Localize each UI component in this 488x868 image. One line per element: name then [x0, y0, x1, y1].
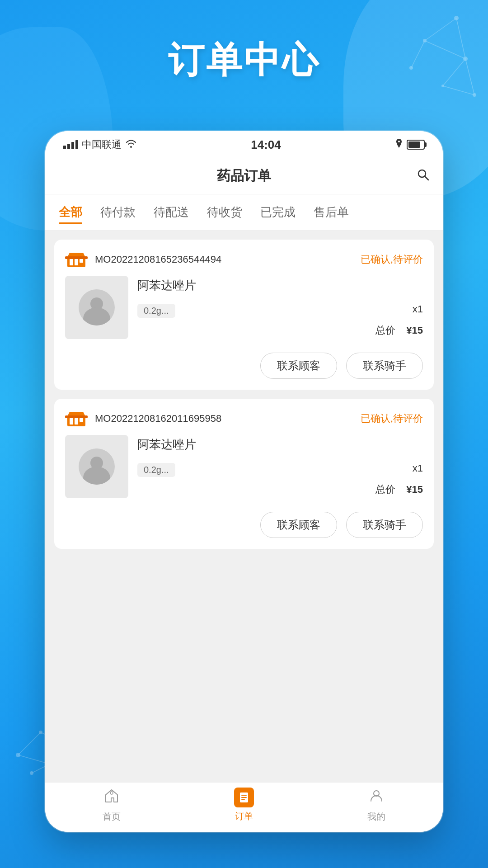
tab-all[interactable]: 全部 [59, 201, 82, 224]
orders-icon [234, 788, 254, 807]
order-status-1: 已确认,待评价 [361, 253, 423, 266]
product-spec-2: 0.2g... [137, 463, 175, 477]
bottom-nav-home[interactable]: 首页 [45, 788, 178, 823]
svg-rect-34 [65, 415, 88, 418]
svg-rect-33 [80, 418, 83, 422]
signal-bar-1 [63, 146, 66, 149]
svg-line-24 [425, 176, 428, 180]
product-name-2: 阿苯达唑片 [137, 437, 423, 453]
nav-bar: 药品订单 [45, 158, 443, 194]
total-label-1: 总价 [375, 325, 395, 336]
svg-point-5 [473, 93, 476, 97]
product-info-1: 阿苯达唑片 0.2g... x1 总价 ¥15 [137, 276, 423, 339]
order-card-2: MO20221208162011695958 已确认,待评价 阿苯达唑片 0.2… [54, 399, 434, 549]
signal-bar-2 [67, 144, 70, 149]
contact-customer-btn-2[interactable]: 联系顾客 [260, 512, 337, 538]
bottom-nav-orders[interactable]: 订单 [178, 788, 310, 822]
svg-rect-28 [80, 259, 83, 263]
svg-point-35 [110, 792, 113, 794]
page-title-area: 订单中心 [0, 36, 488, 85]
order-body-1: 阿苯达唑片 0.2g... x1 总价 ¥15 [54, 276, 434, 348]
contact-rider-btn-1[interactable]: 联系骑手 [346, 353, 423, 379]
signal-bar-3 [71, 142, 74, 149]
tab-after-sale[interactable]: 售后单 [314, 201, 349, 224]
total-label-2: 总价 [375, 484, 395, 495]
svg-line-18 [18, 732, 41, 755]
order-actions-2: 联系顾客 联系骑手 [54, 507, 434, 549]
product-total-2: 总价 ¥15 [137, 483, 423, 496]
product-qty-2: x1 [175, 462, 423, 474]
order-card-1: MO20221208165236544494 已确认,待评价 阿苯达唑片 0.2… [54, 240, 434, 390]
svg-line-11 [443, 86, 474, 95]
svg-point-0 [454, 16, 459, 20]
phone-mockup: 中国联通 14:04 药品订单 [45, 131, 443, 832]
signal-bar-4 [75, 140, 78, 149]
order-store-icon-1 [65, 250, 88, 269]
svg-rect-32 [75, 418, 78, 425]
location-icon [395, 139, 403, 151]
contact-rider-btn-2[interactable]: 联系骑手 [346, 512, 423, 538]
home-icon [103, 788, 120, 808]
tab-pending-payment[interactable]: 待付款 [100, 201, 136, 224]
home-label: 首页 [103, 811, 121, 823]
order-header-1: MO20221208165236544494 已确认,待评价 [54, 240, 434, 276]
order-header-2: MO20221208162011695958 已确认,待评价 [54, 399, 434, 435]
product-info-2: 阿苯达唑片 0.2g... x1 总价 ¥15 [137, 435, 423, 498]
svg-point-17 [30, 771, 33, 775]
status-left: 中国联通 [63, 138, 137, 151]
product-spec-1: 0.2g... [137, 304, 175, 318]
mine-label: 我的 [367, 811, 385, 823]
bottom-nav-mine[interactable]: 我的 [310, 788, 443, 823]
total-price-1: ¥15 [406, 325, 423, 336]
contact-customer-btn-1[interactable]: 联系顾客 [260, 353, 337, 379]
product-total-1: 总价 ¥15 [137, 324, 423, 337]
svg-rect-26 [70, 259, 73, 265]
search-button[interactable] [417, 168, 429, 184]
wifi-icon [125, 139, 137, 151]
order-body-2: 阿苯达唑片 0.2g... x1 总价 ¥15 [54, 435, 434, 507]
product-name-1: 阿苯达唑片 [137, 278, 423, 293]
tab-completed[interactable]: 已完成 [260, 201, 296, 224]
product-image-1 [65, 276, 128, 339]
tab-pending-receipt[interactable]: 待收货 [207, 201, 242, 224]
order-id-2: MO20221208162011695958 [95, 413, 353, 425]
nav-title: 药品订单 [217, 167, 271, 185]
signal-bars [63, 140, 78, 149]
total-price-2: ¥15 [406, 484, 423, 495]
orders-icon-bg [234, 788, 254, 807]
mine-icon [368, 788, 385, 808]
order-store-icon-2 [65, 410, 88, 428]
status-right [395, 139, 425, 151]
orders-label: 订单 [235, 810, 253, 822]
status-bar: 中国联通 14:04 [45, 131, 443, 158]
order-status-2: 已确认,待评价 [361, 412, 423, 425]
bottom-nav: 首页 订单 [45, 782, 443, 832]
product-avatar-placeholder-2 [79, 448, 115, 485]
battery-fill [408, 142, 420, 148]
svg-rect-27 [75, 259, 78, 265]
order-id-1: MO20221208165236544494 [95, 254, 353, 265]
tab-pending-delivery[interactable]: 待配送 [154, 201, 189, 224]
svg-rect-29 [65, 256, 88, 259]
product-avatar-placeholder-1 [79, 289, 115, 326]
svg-point-13 [16, 753, 20, 757]
product-qty-1: x1 [175, 303, 423, 315]
carrier-text: 中国联通 [82, 138, 122, 151]
svg-point-14 [39, 731, 42, 734]
page-title: 订单中心 [0, 36, 488, 85]
battery-icon [407, 140, 425, 150]
content-area: MO20221208165236544494 已确认,待评价 阿苯达唑片 0.2… [45, 231, 443, 782]
product-image-2 [65, 435, 128, 498]
svg-rect-31 [70, 418, 73, 425]
status-time: 14:04 [251, 138, 281, 152]
tab-bar: 全部 待付款 待配送 待收货 已完成 售后单 [45, 194, 443, 231]
order-actions-1: 联系顾客 联系骑手 [54, 348, 434, 390]
